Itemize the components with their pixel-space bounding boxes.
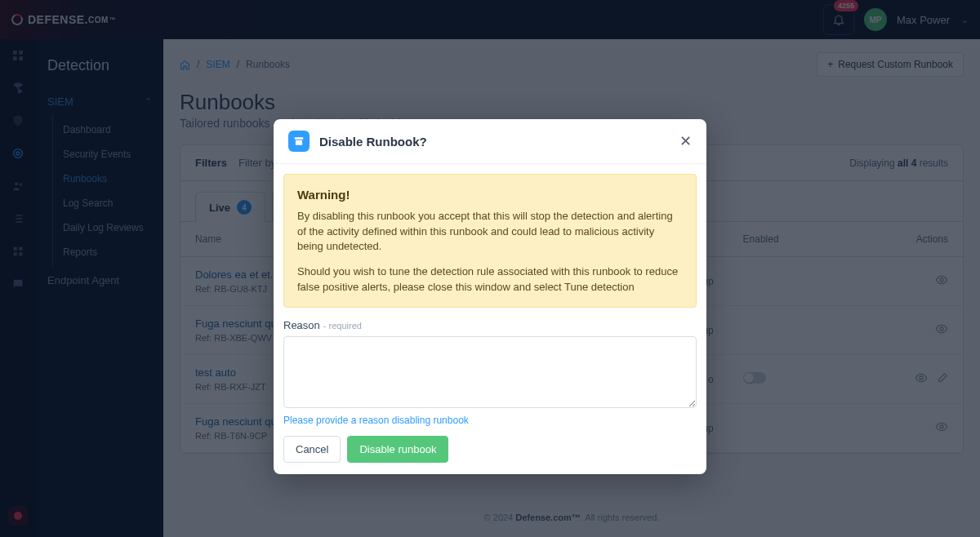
reason-textarea[interactable] xyxy=(283,336,697,408)
close-icon[interactable]: ✕ xyxy=(679,134,692,149)
disable-runbook-button[interactable]: Disable runbook xyxy=(347,436,448,463)
archive-icon xyxy=(288,131,310,152)
warning-title: Warning! xyxy=(297,186,683,204)
modal-title: Disable Runbook? xyxy=(319,135,427,149)
reason-label: Reason- required xyxy=(283,319,697,331)
cancel-button[interactable]: Cancel xyxy=(283,436,341,463)
reason-error: Please provide a reason disabling runboo… xyxy=(283,415,697,426)
warning-box: Warning! By disabling this runbook you a… xyxy=(283,174,697,308)
warning-text-1: By disabling this runbook you accept tha… xyxy=(297,209,683,255)
warning-text-2: Should you wish to tune the detection ru… xyxy=(297,264,683,295)
disable-runbook-modal: Disable Runbook? ✕ Warning! By disabling… xyxy=(274,119,706,474)
